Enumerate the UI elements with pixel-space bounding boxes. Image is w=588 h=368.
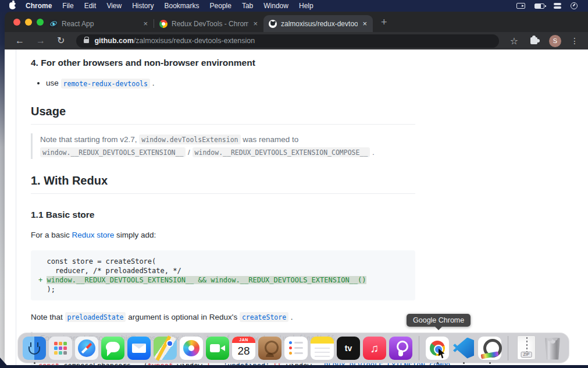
heading-basic-store: 1.1 Basic store bbox=[31, 208, 415, 221]
maps-dock-icon[interactable] bbox=[154, 337, 177, 360]
reminders-dock-icon[interactable] bbox=[284, 337, 308, 360]
photos-dock-icon[interactable] bbox=[180, 337, 203, 360]
tab-close-icon[interactable]: × bbox=[362, 19, 368, 28]
dock-item-zipfile[interactable]: ZIP bbox=[515, 337, 538, 360]
chrome-webstore-tab-icon bbox=[159, 20, 168, 28]
dock-item-contacts[interactable] bbox=[258, 337, 281, 360]
code-text: reducer, /* preloadedState, */ bbox=[47, 267, 181, 275]
react-tab-icon bbox=[49, 20, 58, 28]
github-readme-page: 4. For other browsers and non-browser en… bbox=[5, 49, 588, 365]
inline-code: window.__REDUX_DEVTOOLS_EXTENSION__ bbox=[40, 147, 186, 157]
redux-store-link[interactable]: Redux store bbox=[72, 231, 115, 239]
filmapp-dock-icon[interactable] bbox=[478, 337, 501, 360]
basic-store-code-block: const store = createStore( reducer, /* p… bbox=[31, 250, 415, 300]
launchpad-dock-icon[interactable] bbox=[49, 337, 72, 360]
github-tab-icon bbox=[269, 20, 277, 28]
tab-close-icon[interactable]: × bbox=[142, 19, 148, 28]
dock-item-calendar[interactable]: JAN28 bbox=[232, 337, 255, 360]
window-minimize-button[interactable] bbox=[25, 19, 32, 26]
mouse-cursor bbox=[439, 349, 446, 359]
code-line: reducer, /* preloadedState, */ bbox=[38, 266, 408, 275]
window-close-button[interactable] bbox=[13, 19, 20, 26]
appletv-label: tv bbox=[337, 337, 360, 360]
dock-item-photos[interactable] bbox=[180, 337, 203, 360]
dock-item-messages[interactable] bbox=[101, 337, 124, 360]
dock-item-reminders[interactable] bbox=[284, 337, 308, 360]
menu-window[interactable]: Window bbox=[258, 2, 294, 10]
tab-chrome-webstore[interactable]: Redux DevTools - Chrome Web× bbox=[154, 15, 263, 32]
profile-avatar[interactable]: S bbox=[549, 35, 561, 47]
dock-item-safari[interactable] bbox=[75, 337, 98, 360]
dock-item-music[interactable]: ♫ bbox=[363, 337, 386, 360]
trash-dock-icon[interactable] bbox=[543, 335, 562, 360]
zip-label: ZIP bbox=[521, 352, 532, 358]
dock-item-chrome[interactable] bbox=[426, 337, 449, 360]
running-indicator-dot bbox=[489, 362, 491, 364]
reload-button[interactable]: ↻ bbox=[54, 36, 68, 45]
apple-menu-icon[interactable] bbox=[9, 2, 16, 9]
dock-item-vscode[interactable] bbox=[452, 337, 475, 360]
contacts-dock-icon[interactable] bbox=[258, 337, 281, 360]
tab-title: zalmoxisus/redux-devtools-ex bbox=[281, 20, 358, 28]
dock-item-filmapp[interactable] bbox=[478, 337, 501, 360]
vscode-dock-icon[interactable] bbox=[452, 337, 475, 360]
safari-dock-icon[interactable] bbox=[75, 337, 98, 360]
screen-record-icon[interactable] bbox=[516, 3, 525, 9]
zipfile-dock-icon[interactable]: ZIP bbox=[517, 335, 536, 360]
clock-icon[interactable] bbox=[571, 2, 578, 9]
facetime-dock-icon[interactable] bbox=[206, 337, 229, 360]
menu-tab[interactable]: Tab bbox=[237, 2, 258, 10]
url-path: /zalmoxisus/redux-devtools-extension bbox=[134, 37, 255, 45]
fast-user-switch-icon[interactable] bbox=[554, 3, 561, 9]
list-item: use remote-redux-devtools . bbox=[46, 77, 415, 89]
dock-item-trash[interactable] bbox=[541, 337, 564, 360]
extensions-puzzle-icon[interactable] bbox=[530, 37, 537, 44]
dock-item-mail[interactable] bbox=[127, 337, 151, 360]
menu-history[interactable]: History bbox=[127, 2, 159, 10]
tab-react[interactable]: React App× bbox=[44, 15, 154, 32]
heading-other-browsers: 4. For other browsers and non-browser en… bbox=[31, 56, 415, 69]
music-dock-icon[interactable]: ♫ bbox=[363, 337, 386, 360]
appletv-dock-icon[interactable]: tv bbox=[337, 337, 360, 360]
new-tab-button[interactable]: + bbox=[381, 16, 387, 29]
chrome-dock-icon[interactable] bbox=[426, 337, 449, 360]
createstore-link[interactable]: createStore bbox=[240, 312, 288, 322]
tab-github[interactable]: zalmoxisus/redux-devtools-ex× bbox=[263, 15, 373, 32]
dock-divider bbox=[508, 336, 508, 360]
menu-bookmarks[interactable]: Bookmarks bbox=[159, 2, 205, 10]
battery-charging-icon[interactable] bbox=[534, 3, 544, 9]
tab-close-icon[interactable]: × bbox=[252, 19, 258, 28]
code-line: +window.__REDUX_DEVTOOLS_EXTENSION__ && … bbox=[38, 275, 408, 285]
bookmark-star-icon[interactable]: ☆ bbox=[507, 36, 521, 47]
lock-icon[interactable] bbox=[84, 39, 89, 43]
dock-item-facetime[interactable] bbox=[206, 337, 229, 360]
forward-button[interactable]: → bbox=[33, 36, 49, 45]
menu-file[interactable]: File bbox=[57, 2, 79, 10]
tab-title: React App bbox=[62, 20, 138, 28]
dock-item-notes[interactable] bbox=[311, 337, 334, 360]
podcasts-dock-icon[interactable] bbox=[389, 337, 412, 360]
dock-item-podcasts[interactable] bbox=[389, 337, 412, 360]
menu-edit[interactable]: Edit bbox=[79, 2, 102, 10]
browser-menu-icon[interactable]: ⋮ bbox=[568, 36, 581, 45]
dock-item-appletv[interactable]: tv bbox=[337, 337, 360, 360]
menu-view[interactable]: View bbox=[101, 2, 127, 10]
address-bar[interactable]: github.com /zalmoxisus/redux-devtools-ex… bbox=[76, 34, 498, 48]
dock-item-maps[interactable] bbox=[154, 337, 177, 360]
notes-dock-icon[interactable] bbox=[311, 337, 334, 360]
menu-chrome[interactable]: Chrome bbox=[20, 2, 57, 10]
mail-dock-icon[interactable] bbox=[127, 337, 151, 360]
back-button[interactable]: ← bbox=[12, 36, 28, 45]
menu-help[interactable]: Help bbox=[294, 2, 319, 10]
code-text: ); bbox=[47, 285, 55, 293]
finder-dock-icon[interactable] bbox=[23, 337, 46, 360]
window-zoom-button[interactable] bbox=[37, 19, 44, 26]
messages-dock-icon[interactable] bbox=[101, 337, 124, 360]
browser-toolbar: ← → ↻ github.com /zalmoxisus/redux-devto… bbox=[5, 32, 588, 49]
dock-item-finder[interactable] bbox=[23, 337, 46, 360]
remote-redux-devtools-link[interactable]: remote-redux-devtools bbox=[61, 79, 150, 89]
preloadedstate-link[interactable]: preloadedState bbox=[65, 312, 126, 322]
menu-people[interactable]: People bbox=[205, 2, 237, 10]
dock-item-launchpad[interactable] bbox=[49, 337, 72, 360]
calendar-dock-icon[interactable]: JAN28 bbox=[232, 337, 255, 360]
